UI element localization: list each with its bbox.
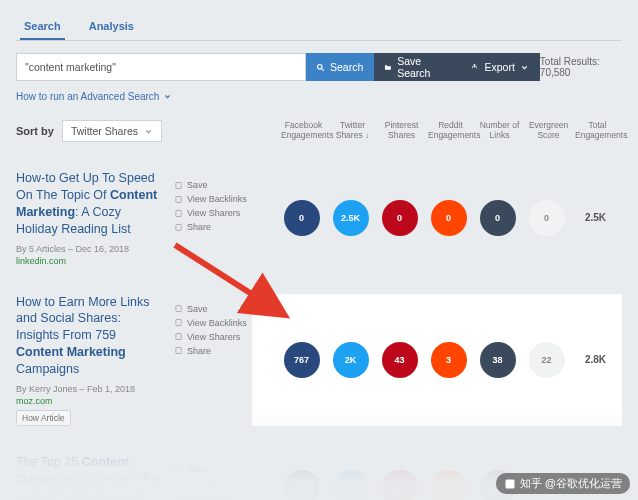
result-domain[interactable]: linkedin.com <box>16 256 166 266</box>
bookmark-icon <box>174 464 183 473</box>
total-engagements: 2.8K <box>571 354 620 365</box>
sort-select[interactable]: Twitter Shares <box>62 120 162 142</box>
chevron-down-icon <box>520 63 529 72</box>
total-engagements: 2.5K <box>571 212 620 223</box>
export-button[interactable]: Export <box>460 53 539 81</box>
search-button[interactable]: Search <box>306 53 374 81</box>
user-icon <box>174 492 183 500</box>
bubble-pn: 0 <box>382 200 418 236</box>
metric-header: Reddit Engagements <box>426 121 475 141</box>
svg-rect-3 <box>176 196 181 202</box>
action-label: View Backlinks <box>187 318 247 328</box>
bubble-rd: 0 <box>431 470 467 500</box>
user-icon <box>174 209 183 218</box>
sort-row: Sort by Twitter Shares Facebook Engageme… <box>16 120 622 142</box>
sort-label: Sort by <box>16 125 54 137</box>
svg-rect-8 <box>176 334 181 340</box>
save-search-button[interactable]: Save Search <box>374 53 460 81</box>
action-sharers[interactable]: View Sharers <box>174 332 252 342</box>
bubble-ln: 0 <box>480 200 516 236</box>
bubble-rd: 0 <box>431 200 467 236</box>
bubble-tw: 2K <box>333 342 369 378</box>
action-label: View Sharers <box>187 208 240 218</box>
bookmark-icon <box>174 181 183 190</box>
action-save[interactable]: Save <box>174 464 252 474</box>
bubble-tw: 1.7K <box>333 470 369 500</box>
svg-point-0 <box>318 64 323 69</box>
metric-header: Total Engagements <box>573 121 622 141</box>
bubble-evergreen: 22 <box>529 342 565 378</box>
action-label: View Sharers <box>187 492 240 500</box>
svg-rect-16 <box>505 479 514 488</box>
total-results: Total Results: 70,580 <box>540 56 622 78</box>
result-title[interactable]: How to Earn More Links and Social Shares… <box>16 294 166 378</box>
bubble-evergreen: 0 <box>529 200 565 236</box>
search-button-label: Search <box>330 61 363 73</box>
action-backlinks[interactable]: View Backlinks <box>174 478 252 488</box>
result-tag: How Article <box>16 410 71 426</box>
chevron-down-icon <box>163 92 172 101</box>
result-title[interactable]: The Top 25 Content Marketing Influencers… <box>16 454 166 500</box>
result-title[interactable]: How-to Get Up To Speed On The Topic Of C… <box>16 170 166 238</box>
svg-rect-4 <box>176 210 181 216</box>
action-label: Save <box>187 304 208 314</box>
share-icon <box>174 346 183 355</box>
action-share[interactable]: Share <box>174 346 252 356</box>
export-label: Export <box>484 61 514 73</box>
result-row: How-to Get Up To Speed On The Topic Of C… <box>16 158 622 266</box>
result-byline: By 5 Articles – Dec 16, 2018 <box>16 244 166 254</box>
metric-header: Number of Links <box>475 121 524 141</box>
metric-header[interactable]: Twitter Shares ↓ <box>328 121 377 141</box>
bubble-tw: 2.5K <box>333 200 369 236</box>
tab-search[interactable]: Search <box>20 14 65 40</box>
result-row: How to Earn More Links and Social Shares… <box>16 282 622 426</box>
bubble-fb: 621 <box>284 470 320 500</box>
link-icon <box>174 478 183 487</box>
metrics: 02.5K00002.5K <box>252 170 622 266</box>
action-label: Save <box>187 180 208 190</box>
action-label: Share <box>187 346 211 356</box>
bubble-rd: 3 <box>431 342 467 378</box>
action-sharers[interactable]: View Sharers <box>174 492 252 500</box>
search-icon <box>316 63 325 72</box>
action-save[interactable]: Save <box>174 304 252 314</box>
svg-line-1 <box>322 68 324 70</box>
folder-icon <box>384 63 392 72</box>
metric-headers: Facebook Engagements Twitter Shares ↓ Pi… <box>279 121 622 141</box>
advanced-search-link[interactable]: How to run an Advanced Search <box>16 91 172 102</box>
action-save[interactable]: Save <box>174 180 252 190</box>
action-share[interactable]: Share <box>174 222 252 232</box>
chevron-down-icon <box>144 127 153 136</box>
metrics: 7672K43338222.8K <box>252 294 622 426</box>
action-sharers[interactable]: View Sharers <box>174 208 252 218</box>
results-list: How-to Get Up To Speed On The Topic Of C… <box>16 158 622 500</box>
action-backlinks[interactable]: View Backlinks <box>174 318 252 328</box>
metric-header: Pinterest Shares <box>377 121 426 141</box>
bubble-pn: 43 <box>382 342 418 378</box>
save-search-label: Save Search <box>397 55 449 79</box>
result-domain[interactable]: moz.com <box>16 396 166 406</box>
zhihu-icon <box>504 478 516 490</box>
action-backlinks[interactable]: View Backlinks <box>174 194 252 204</box>
watermark: 知乎 @谷歌优化运营 <box>496 473 630 494</box>
link-icon <box>174 195 183 204</box>
svg-rect-9 <box>176 348 181 354</box>
title-pre: How to Earn More Links and Social Shares… <box>16 295 149 343</box>
bubble-fb: 0 <box>284 200 320 236</box>
search-input[interactable]: "content marketing" <box>16 53 306 81</box>
bubble-ln: 38 <box>480 342 516 378</box>
tab-analysis[interactable]: Analysis <box>85 14 138 40</box>
sort-value: Twitter Shares <box>71 125 138 137</box>
search-row: "content marketing" Search Save Search E… <box>16 53 622 81</box>
svg-rect-12 <box>176 494 181 500</box>
action-label: Share <box>187 222 211 232</box>
user-icon <box>174 332 183 341</box>
svg-rect-6 <box>176 306 181 312</box>
svg-rect-7 <box>176 320 181 326</box>
action-label: View Backlinks <box>187 194 247 204</box>
metric-header: Evergreen Score <box>524 121 573 141</box>
metric-header: Facebook Engagements <box>279 121 328 141</box>
bubble-fb: 767 <box>284 342 320 378</box>
title-pre: The Top 25 <box>16 455 82 469</box>
svg-rect-10 <box>176 466 181 472</box>
